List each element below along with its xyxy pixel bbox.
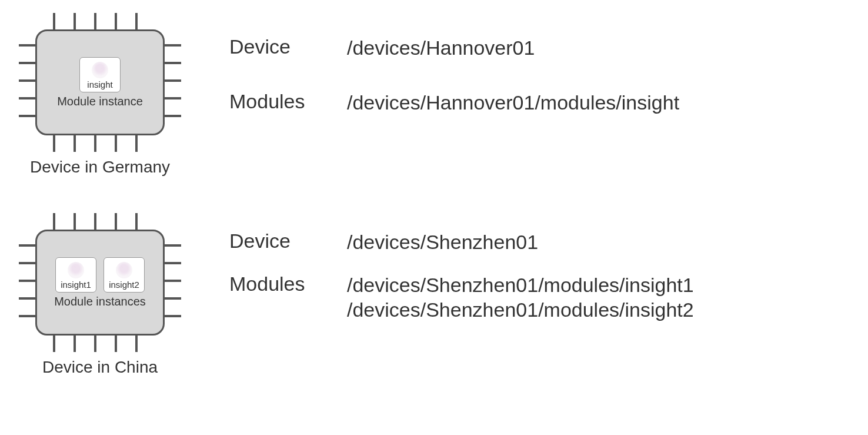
- module-paths: /devices/Shenzhen01/modules/insight1 /de…: [347, 273, 694, 323]
- chip-icon: insight Module instance: [18, 12, 182, 153]
- device-label: Device: [229, 230, 347, 255]
- modules-row: insight: [79, 57, 121, 92]
- module-path-text: /devices/Hannover01/modules/insight: [347, 90, 679, 115]
- module-insight: insight: [79, 57, 121, 92]
- modules-label: Modules: [229, 273, 347, 323]
- device-path: /devices/Hannover01: [347, 35, 679, 61]
- lightbulb-icon: [68, 262, 84, 278]
- lightbulb-icon: [92, 62, 108, 78]
- instances-label: Module instances: [54, 295, 146, 308]
- device-section-china: insight1 insight2 Module instances Devic…: [18, 212, 850, 377]
- chip-icon: insight1 insight2 Module instances: [18, 212, 182, 353]
- instances-label: Module instance: [57, 95, 143, 108]
- chip-wrapper-germany: insight Module instance Device in German…: [18, 12, 182, 177]
- modules-row: insight1 insight2: [55, 257, 145, 293]
- device-section-germany: insight Module instance Device in German…: [18, 12, 850, 177]
- module-path-text: /devices/Shenzhen01/modules/insight1: [347, 273, 694, 298]
- modules-label: Modules: [229, 90, 347, 115]
- device-label: Device: [229, 35, 347, 61]
- module-label: insight2: [109, 280, 139, 290]
- device-path: /devices/Shenzhen01: [347, 230, 694, 255]
- device-caption: Device in China: [42, 358, 158, 377]
- chip-body: insight Module instance: [35, 29, 165, 135]
- info-grid-china: Device /devices/Shenzhen01 Modules /devi…: [229, 212, 694, 323]
- device-path-text: /devices/Shenzhen01: [347, 230, 694, 255]
- lightbulb-icon: [116, 262, 132, 278]
- device-caption: Device in Germany: [30, 158, 170, 177]
- chip-body: insight1 insight2 Module instances: [35, 230, 165, 336]
- module-label: insight: [87, 79, 112, 89]
- module-paths: /devices/Hannover01/modules/insight: [347, 90, 679, 115]
- info-grid-germany: Device /devices/Hannover01 Modules /devi…: [229, 12, 679, 115]
- module-path-text: /devices/Shenzhen01/modules/insight2: [347, 297, 694, 323]
- module-insight1: insight1: [55, 257, 96, 293]
- chip-wrapper-china: insight1 insight2 Module instances Devic…: [18, 212, 182, 377]
- device-path-text: /devices/Hannover01: [347, 35, 679, 61]
- module-insight2: insight2: [104, 257, 145, 293]
- module-label: insight1: [61, 280, 91, 290]
